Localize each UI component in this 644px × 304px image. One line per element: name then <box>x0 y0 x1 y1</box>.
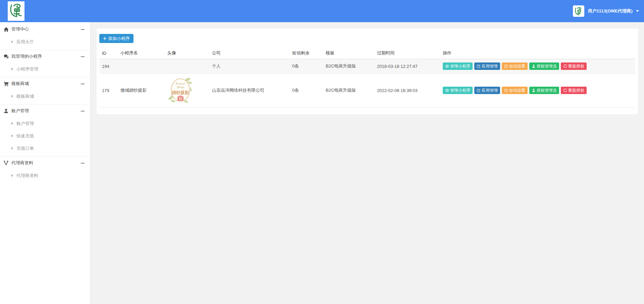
minus-icon[interactable] <box>81 82 85 86</box>
cell-name: 微城婚纱摄影 <box>118 74 165 107</box>
user-icon <box>4 108 9 114</box>
caret-down-icon <box>636 10 639 12</box>
action-label: 管理小程序 <box>450 88 470 93</box>
caret-right-icon <box>11 122 13 125</box>
eye-icon <box>445 64 449 68</box>
refresh-icon <box>563 64 567 68</box>
sidebar-subitem-label: 账户管理 <box>16 121 34 127</box>
seal-logo-icon <box>9 3 23 19</box>
sms-settings-button[interactable]: 短信设置 <box>502 62 528 70</box>
sidebar-item-agent-info-sub[interactable]: 代理商资料 <box>0 169 90 182</box>
sidebar-item-account-manage[interactable]: 账户管理 <box>0 117 90 130</box>
sidebar-item-recharge-orders[interactable]: 充值订单 <box>0 142 90 155</box>
cell-sms-left: 0条 <box>289 59 323 74</box>
reauthorize-button[interactable]: 重新授权 <box>561 87 587 94</box>
user-avatar <box>573 5 584 17</box>
cell-id: 194 <box>99 59 118 74</box>
caret-right-icon <box>11 95 13 98</box>
table-header-row: ID 小程序名 头像 公司 短信剩余 模板 过期时间 操作 <box>99 47 635 59</box>
avatar-text-forever: Forever <box>175 82 185 85</box>
edit-icon <box>477 88 481 92</box>
add-miniapp-label: 添加小程序 <box>108 36 130 42</box>
sidebar-section-manage-center: 管理中心 应用大厅 <box>0 23 90 50</box>
action-label: 授权管理员 <box>537 88 557 93</box>
authorize-admin-button[interactable]: 授权管理员 <box>529 87 559 94</box>
app-manage-button[interactable]: 应用管理 <box>474 62 500 70</box>
sidebar-item-miniapp-manage[interactable]: 小程序管理 <box>0 63 90 75</box>
action-label: 管理小程序 <box>450 63 470 69</box>
manage-miniapp-button[interactable]: 管理小程序 <box>443 87 473 94</box>
sidebar-item-template-mall[interactable]: 模板商城 <box>0 77 90 90</box>
sidebar-item-my-miniapps[interactable]: 我管理的小程序 <box>0 50 90 63</box>
col-header-template: 模板 <box>323 47 374 59</box>
cell-actions: 管理小程序 应用管理 短信设置 授权管理员 <box>440 59 635 74</box>
sidebar-item-template-mall-sub[interactable]: 模板商城 <box>0 90 90 102</box>
col-header-avatar: 头像 <box>165 47 209 59</box>
cell-avatar: Forever Always 婚纱摄影 <box>165 74 209 107</box>
edit-icon <box>504 88 508 92</box>
caret-right-icon <box>11 134 13 137</box>
table-row: 194 个人 0条 B2C电商升级版 2018-03-18 12:27:47 管… <box>99 59 635 74</box>
cell-actions: 管理小程序 应用管理 短信设置 授权管理员 <box>440 74 635 107</box>
sidebar-item-label: 模板商城 <box>11 81 29 87</box>
action-label: 短信设置 <box>509 63 525 69</box>
minus-icon[interactable] <box>81 55 85 58</box>
col-header-company: 公司 <box>209 47 289 59</box>
manage-miniapp-button[interactable]: 管理小程序 <box>443 62 473 70</box>
sidebar-section-my-miniapps: 我管理的小程序 小程序管理 <box>0 50 90 77</box>
action-label: 重新授权 <box>568 63 584 69</box>
sidebar-item-manage-center[interactable]: 管理中心 <box>0 23 90 36</box>
user-dropdown[interactable]: 用户1113(OME代理商) <box>573 0 639 22</box>
app-manage-button[interactable]: 应用管理 <box>474 87 500 94</box>
cell-avatar <box>165 59 209 74</box>
authorize-admin-button[interactable]: 授权管理员 <box>529 62 559 70</box>
user-icon <box>532 64 536 68</box>
sidebar-subitem-label: 模板商城 <box>16 93 34 99</box>
sidebar-section-template-mall: 模板商城 模板商城 <box>0 77 90 104</box>
sidebar-item-quick-recharge[interactable]: 快速充值 <box>0 130 90 142</box>
sidebar-subitem-label: 代理商资料 <box>16 173 38 179</box>
cell-id: 179 <box>99 74 118 107</box>
cell-expire: 2018-03-18 12:27:47 <box>374 59 440 74</box>
col-header-name: 小程序名 <box>118 47 165 59</box>
app-logo[interactable] <box>8 1 24 21</box>
sidebar-item-agent-info[interactable]: 代理商资料 <box>0 157 90 169</box>
minus-icon[interactable] <box>81 161 85 165</box>
caret-right-icon <box>11 40 13 43</box>
col-header-expire: 过期时间 <box>374 47 440 59</box>
col-header-actions: 操作 <box>440 47 635 59</box>
cell-name <box>118 59 165 74</box>
eye-icon <box>445 88 449 92</box>
sidebar-section-account: 账户管理 账户管理 快速充值 充值订单 <box>0 104 90 156</box>
table-row: 179 微城婚纱摄影 <box>99 74 635 107</box>
action-label: 授权管理员 <box>537 63 557 69</box>
cell-template: B2C电商升级版 <box>323 74 374 107</box>
avatar-text-wedding: 婚纱摄影 <box>171 90 190 95</box>
sidebar-item-account[interactable]: 账户管理 <box>0 104 90 117</box>
cell-company: 山东远洋网络科技有限公司 <box>209 74 289 107</box>
sms-settings-button[interactable]: 短信设置 <box>502 87 528 94</box>
col-header-id: ID <box>99 47 118 59</box>
cart-icon <box>4 81 9 86</box>
avatar-text-always: Always <box>176 86 184 89</box>
sidebar-section-agent-info: 代理商资料 代理商资料 <box>0 156 90 183</box>
minus-icon[interactable] <box>81 109 85 113</box>
user-name-label: 用户1113(OME代理商) <box>588 8 633 14</box>
sidebar-nav: 管理中心 应用大厅 我管理的小程序 <box>0 22 91 304</box>
sidebar-item-app-hall[interactable]: 应用大厅 <box>0 36 90 48</box>
edit-icon <box>477 64 481 68</box>
sidebar-subitem-label: 应用大厅 <box>16 39 34 45</box>
action-label: 应用管理 <box>482 63 498 69</box>
miniapp-list-panel: 添加小程序 ID 小程序名 头像 公司 短信剩余 模板 过期时间 操作 194 <box>97 29 638 114</box>
sidebar-item-label: 账户管理 <box>11 108 29 114</box>
sidebar-item-label: 管理中心 <box>11 26 29 32</box>
caret-right-icon <box>11 174 13 177</box>
add-miniapp-button[interactable]: 添加小程序 <box>99 34 133 43</box>
cell-company: 个人 <box>209 59 289 74</box>
home-icon <box>4 27 9 32</box>
agent-icon <box>4 161 9 166</box>
sidebar-subitem-label: 充值订单 <box>16 145 34 151</box>
miniapp-avatar-image: Forever Always 婚纱摄影 <box>167 76 194 104</box>
minus-icon[interactable] <box>81 28 85 31</box>
reauthorize-button[interactable]: 重新授权 <box>561 62 587 70</box>
